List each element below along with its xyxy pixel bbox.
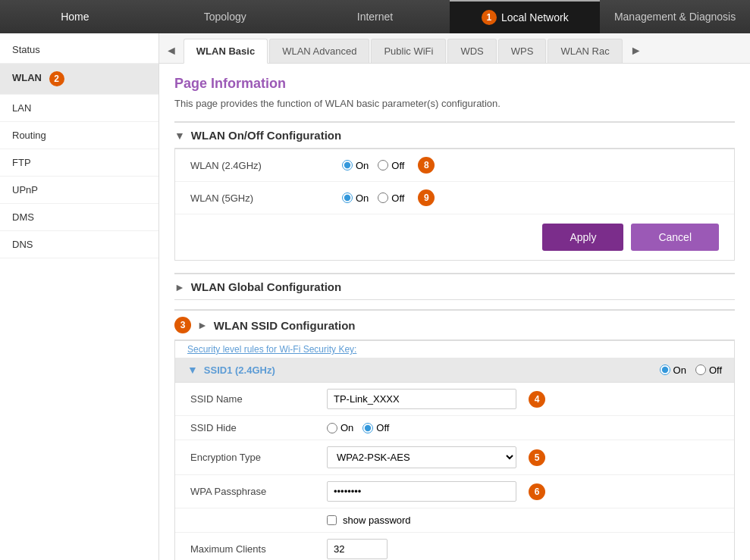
sidebar-item-status[interactable]: Status	[0, 36, 158, 64]
wlan-24ghz-off-radio[interactable]	[378, 160, 388, 171]
ssid1-onoff-group: On Off	[660, 364, 722, 376]
security-link[interactable]: Security level rules for Wi-Fi Security …	[175, 341, 734, 358]
tab-arrow-right[interactable]: ►	[624, 38, 648, 63]
sidebar-upnp-label: UPnP	[12, 184, 38, 196]
nav-home-label: Home	[61, 11, 89, 23]
apply-button[interactable]: Apply	[542, 224, 623, 251]
nav-home[interactable]: Home	[0, 0, 150, 33]
content-area: ◄ WLAN Basic WLAN Advanced Public WiFi W…	[159, 33, 750, 560]
wlan-24ghz-row: WLAN (2.4GHz) On Off 8	[175, 149, 734, 182]
wlan-ssid-title: WLAN SSID Configuration	[214, 319, 356, 332]
show-password-row: show password	[175, 508, 734, 533]
ssid-hide-value: On Off	[327, 422, 719, 433]
sidebar-dns-label: DNS	[12, 239, 33, 250]
tab-wlan-basic[interactable]: WLAN Basic	[184, 39, 268, 64]
max-clients-input[interactable]	[327, 539, 388, 559]
show-password-value: show password	[327, 515, 719, 526]
wlan-onoff-buttons: Apply Cancel	[175, 214, 734, 260]
wlan-24ghz-on-label[interactable]: On	[342, 160, 369, 171]
ssid-hide-label: SSID Hide	[190, 422, 327, 433]
ssid-hide-off-label[interactable]: Off	[362, 422, 389, 433]
sidebar: Status WLAN 2 LAN Routing FTP UPnP DMS D…	[0, 33, 159, 560]
ssid-name-value: 4	[327, 389, 719, 409]
sidebar-item-lan[interactable]: LAN	[0, 95, 158, 122]
sidebar-wlan-badge: 2	[49, 71, 64, 86]
cancel-button[interactable]: Cancel	[631, 224, 719, 251]
tab-wds[interactable]: WDS	[447, 39, 496, 63]
wlan-ssid-section-header[interactable]: 3 ► WLAN SSID Configuration	[174, 309, 735, 340]
show-password-label[interactable]: show password	[327, 515, 411, 526]
ssid-hide-row: SSID Hide On Off	[175, 416, 734, 440]
nav-local-network[interactable]: 1 Local Network	[450, 0, 600, 33]
ssid-name-label: SSID Name	[190, 393, 327, 405]
nav-local-network-label: Local Network	[501, 11, 569, 23]
tab-wlan-rac[interactable]: WLAN Rac	[548, 39, 622, 63]
max-clients-row: Maximum Clients	[175, 533, 734, 560]
sidebar-item-routing[interactable]: Routing	[0, 122, 158, 149]
nav-local-network-badge: 1	[482, 10, 497, 25]
wlan-24ghz-on-radio[interactable]	[342, 160, 353, 171]
wlan-onoff-title: WLAN On/Off Configuration	[191, 129, 341, 142]
sidebar-lan-label: LAN	[12, 102, 31, 114]
ssid-hide-on-radio[interactable]	[327, 423, 337, 433]
tab-wlan-advanced[interactable]: WLAN Advanced	[269, 39, 369, 63]
wlan-24ghz-badge: 8	[418, 157, 435, 174]
wlan-24ghz-value: On Off 8	[342, 157, 435, 174]
ssid-hide-radio-group: On Off	[327, 422, 389, 433]
wlan-24ghz-off-label[interactable]: Off	[378, 160, 404, 171]
wlan-5ghz-off-label[interactable]: Off	[378, 192, 404, 204]
max-clients-value	[327, 539, 719, 559]
wlan-5ghz-row: WLAN (5GHz) On Off 9	[175, 182, 734, 214]
wlan-onoff-config: WLAN (2.4GHz) On Off 8	[174, 149, 735, 261]
wlan-5ghz-on-radio[interactable]	[342, 192, 353, 203]
nav-topology[interactable]: Topology	[150, 0, 300, 33]
ssid1-off-label[interactable]: Off	[695, 364, 722, 376]
ssid1-off-radio[interactable]	[695, 364, 706, 375]
encryption-select[interactable]: WPA2-PSK-AES WPA-PSK-TKIP WPA/WPA2-PSK N…	[327, 446, 516, 468]
wlan-global-title: WLAN Global Configuration	[191, 280, 341, 293]
ssid1-on-label[interactable]: On	[660, 364, 686, 376]
ssid-hide-off-radio[interactable]	[362, 423, 373, 433]
page-description: This page provides the function of WLAN …	[174, 98, 735, 109]
wlan-global-section-header[interactable]: ► WLAN Global Configuration	[174, 273, 735, 300]
encryption-label: Encryption Type	[190, 452, 327, 463]
nav-management[interactable]: Management & Diagnosis	[600, 0, 750, 33]
wpa-passphrase-row: WPA Passphrase 6	[175, 475, 734, 508]
nav-management-label: Management & Diagnosis	[614, 11, 736, 23]
sidebar-item-ftp[interactable]: FTP	[0, 149, 158, 177]
wpa-passphrase-input[interactable]	[327, 481, 516, 502]
max-clients-label: Maximum Clients	[190, 543, 327, 555]
wlan-5ghz-value: On Off 9	[342, 189, 435, 206]
tab-wps[interactable]: WPS	[498, 39, 547, 63]
wlan-24ghz-label: WLAN (2.4GHz)	[190, 160, 342, 171]
encryption-badge: 5	[529, 449, 545, 466]
wlan-5ghz-on-label[interactable]: On	[342, 192, 369, 204]
wlan-5ghz-off-radio[interactable]	[378, 192, 388, 203]
sidebar-wlan-label: WLAN	[12, 72, 42, 83]
ssid-name-badge: 4	[529, 391, 545, 408]
page-title: Page Information	[174, 76, 735, 92]
ssid-name-input[interactable]	[327, 389, 516, 409]
ssid1-on-radio[interactable]	[660, 364, 670, 375]
wpa-passphrase-value: 6	[327, 481, 719, 502]
wlan-ssid-arrow: ►	[197, 319, 208, 331]
sidebar-item-wlan[interactable]: WLAN 2	[0, 64, 158, 95]
show-password-checkbox[interactable]	[327, 515, 337, 525]
sidebar-dms-label: DMS	[12, 211, 34, 223]
encryption-row: Encryption Type WPA2-PSK-AES WPA-PSK-TKI…	[175, 440, 734, 475]
ssid1-arrow: ▼	[187, 364, 198, 376]
nav-internet[interactable]: Internet	[300, 0, 450, 33]
wlan-24ghz-radio-group: On Off	[342, 160, 404, 171]
sidebar-status-label: Status	[12, 44, 40, 55]
sidebar-item-dms[interactable]: DMS	[0, 204, 158, 231]
wlan-onoff-arrow: ▼	[174, 130, 185, 142]
ssid-hide-on-label[interactable]: On	[327, 422, 353, 433]
tab-public-wifi[interactable]: Public WiFi	[371, 39, 446, 63]
wlan-onoff-section-header[interactable]: ▼ WLAN On/Off Configuration	[174, 121, 735, 149]
tab-arrow-left[interactable]: ◄	[159, 38, 184, 63]
main-layout: Status WLAN 2 LAN Routing FTP UPnP DMS D…	[0, 33, 750, 560]
encryption-value: WPA2-PSK-AES WPA-PSK-TKIP WPA/WPA2-PSK N…	[327, 446, 719, 468]
sidebar-item-dns[interactable]: DNS	[0, 231, 158, 258]
sidebar-item-upnp[interactable]: UPnP	[0, 177, 158, 204]
ssid1-label: SSID1 (2.4GHz)	[204, 364, 660, 376]
